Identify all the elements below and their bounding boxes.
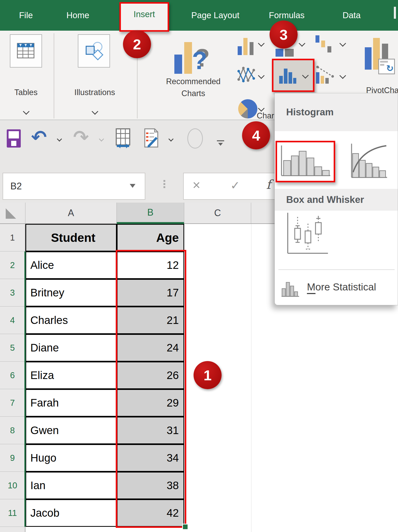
cell-A6[interactable]: Eliza (25, 362, 117, 389)
combo-chart-icon (315, 64, 335, 86)
cell-A1[interactable]: Student (25, 224, 117, 251)
cell-A10[interactable]: Ian (25, 472, 117, 499)
insert-line-chart-button[interactable] (237, 64, 257, 87)
row-header-2[interactable]: 2 (0, 251, 25, 279)
box-whisker-icon (285, 212, 332, 257)
histogram-option-annotated[interactable] (276, 141, 335, 182)
menu-section-histogram: Histogram (275, 93, 398, 131)
tab-insert-selected-annotated[interactable]: Insert (119, 2, 169, 32)
customize-circle-icon[interactable] (187, 128, 203, 149)
tables-label: Tables (8, 88, 44, 97)
redo-chevron[interactable] (100, 137, 103, 142)
recommended-charts-label-1: Recommended (154, 77, 232, 86)
cancel-icon[interactable]: × (193, 177, 200, 193)
name-box-dropdown-icon[interactable] (130, 184, 135, 188)
insert-waterfall-chart-button[interactable] (315, 34, 334, 55)
pivotchart-button[interactable]: ↻ (365, 36, 398, 77)
row-header-1[interactable]: 1 (0, 224, 25, 251)
line-chart-chevron[interactable] (259, 73, 264, 79)
cell-B10[interactable]: 38 (117, 472, 184, 499)
cell-B3[interactable]: 17 (117, 279, 184, 307)
insert-combo-chart-button[interactable] (315, 64, 335, 87)
hierarchy-chart-chevron[interactable] (300, 41, 304, 47)
tables-button[interactable] (10, 34, 42, 68)
cell-B1[interactable]: Age (117, 224, 184, 251)
illustrations-dropdown-chevron[interactable] (93, 109, 97, 115)
cell-A5[interactable]: Diane (25, 334, 117, 362)
fx-icon-partial[interactable]: f (266, 177, 271, 192)
histogram-icon (279, 65, 299, 85)
edit-list-button[interactable] (143, 128, 160, 150)
save-button[interactable] (7, 129, 21, 148)
insert-statistic-chart-button-annotated[interactable] (272, 59, 314, 92)
cell-A2[interactable]: Alice (25, 251, 117, 279)
box-whisker-option[interactable] (285, 212, 332, 258)
tab-file[interactable]: File (16, 0, 36, 31)
name-box[interactable]: B2 (3, 173, 145, 200)
row-header-4[interactable]: 4 (0, 307, 25, 334)
row-header-11[interactable]: 11 (0, 499, 25, 527)
cell-B6[interactable]: 26 (117, 362, 184, 389)
cell-A4[interactable]: Charles (25, 307, 117, 334)
recommended-charts-button[interactable]: ? ? (174, 37, 213, 76)
tab-page-layout[interactable]: Page Layout (184, 0, 246, 31)
cell-A11[interactable]: Jacob (25, 499, 117, 527)
collapse-ribbon-button[interactable] (217, 140, 224, 146)
hierarchy-chart-icon[interactable] (285, 49, 294, 57)
select-all-button[interactable] (0, 203, 25, 224)
column-header-A[interactable]: A (25, 203, 117, 224)
combo-chart-chevron[interactable] (340, 73, 345, 79)
cell-B5[interactable]: 24 (117, 334, 184, 362)
column-header-B[interactable]: B (117, 203, 184, 224)
histogram-thumb-icon (279, 144, 331, 179)
column-chart-chevron[interactable] (259, 41, 264, 47)
formula-bar-separator (163, 179, 165, 189)
pareto-icon (349, 143, 388, 181)
insert-column-chart-button[interactable] (238, 33, 256, 55)
cell-B9[interactable]: 34 (117, 444, 184, 472)
table-icon (16, 41, 36, 61)
enter-icon[interactable]: ✓ (230, 179, 240, 192)
row-header-12-partial[interactable] (0, 527, 25, 532)
row-header-9[interactable]: 9 (0, 444, 25, 472)
menu-divider (278, 269, 395, 270)
row-header-8[interactable]: 8 (0, 417, 25, 444)
row-header-7[interactable]: 7 (0, 389, 25, 417)
pareto-option[interactable] (349, 143, 388, 182)
more-statistical-charts-item[interactable]: More Statistical (275, 272, 398, 304)
waterfall-chart-chevron[interactable] (340, 41, 345, 47)
cell-B2[interactable]: 12 (117, 251, 184, 279)
step-circle-2: 2 (123, 30, 151, 58)
hierarchy-chart-icon[interactable] (276, 49, 283, 57)
row-header-3[interactable]: 3 (0, 279, 25, 307)
tab-home[interactable]: Home (62, 0, 93, 31)
redo-button-disabled[interactable]: ↷ (73, 126, 89, 148)
cell-A7[interactable]: Farah (25, 389, 117, 417)
column-header-partial[interactable] (251, 203, 275, 224)
group-divider (54, 33, 54, 118)
row-header-10[interactable]: 10 (0, 472, 25, 499)
row-header-5[interactable]: 5 (0, 334, 25, 362)
column-header-C[interactable]: C (184, 203, 251, 224)
cell-A8[interactable]: Gwen (25, 417, 117, 444)
pie-chart-chevron[interactable] (259, 106, 264, 112)
statistic-chart-chevron[interactable] (302, 72, 308, 78)
cell-A3[interactable]: Britney (25, 279, 117, 307)
cell-B11[interactable]: 42 (117, 499, 184, 527)
cell-B4[interactable]: 21 (117, 307, 184, 334)
column-width-button[interactable] (114, 128, 132, 151)
row-header-6[interactable]: 6 (0, 362, 25, 389)
cell-B8[interactable]: 31 (117, 417, 184, 444)
edit-list-chevron[interactable] (169, 137, 173, 142)
illustrations-button[interactable] (78, 34, 110, 68)
tab-data[interactable]: Data (337, 0, 366, 31)
fill-handle[interactable] (182, 524, 188, 530)
cell-A9[interactable]: Hugo (25, 444, 117, 472)
tables-dropdown-chevron[interactable] (24, 109, 29, 115)
floppy-shutter (11, 141, 16, 146)
undo-chevron[interactable] (58, 137, 61, 142)
select-all-triangle (6, 208, 16, 219)
row-header-selection-indicator (24, 251, 26, 527)
cell-B7[interactable]: 29 (117, 389, 184, 417)
undo-button[interactable]: ↶ (31, 126, 47, 148)
